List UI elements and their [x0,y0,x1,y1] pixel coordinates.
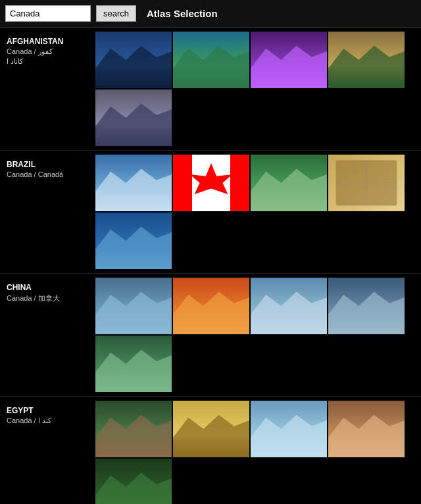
image-tile[interactable] [173,32,249,88]
image-tile[interactable] [95,278,172,334]
search-input[interactable] [5,5,91,22]
content: AFGHANISTANCanada / كفوركاناد ا [0,28,421,504]
image-tile[interactable] [251,32,327,88]
search-button[interactable]: search [96,5,136,22]
image-tile[interactable] [328,278,405,334]
image-tile[interactable] [328,32,405,88]
lang-translation: Canada / كفور [7,47,90,56]
img-grid-egypt [95,401,421,504]
image-tile[interactable] [328,401,405,457]
row-china: CHINACanada / 加拿大 [0,274,421,397]
image-tile[interactable] [173,401,249,457]
image-tile[interactable] [251,278,327,334]
image-tile[interactable] [95,336,172,392]
image-tile[interactable] [173,155,249,211]
lang-name: AFGHANISTAN [7,37,90,46]
atlas-title: Atlas Selection [147,8,218,19]
lang-label-egypt: EGYPTCanada / كند ا [0,401,95,504]
row-afghanistan: AFGHANISTANCanada / كفوركاناد ا [0,28,421,151]
image-tile[interactable] [251,155,327,211]
image-tile[interactable] [95,155,172,211]
image-tile[interactable] [95,32,172,88]
lang-translation: Canada / 加拿大 [7,293,90,303]
lang-label-china: CHINACanada / 加拿大 [0,278,95,392]
lang-native: كاناد ا [7,57,90,66]
img-grid-brazil [95,155,421,269]
image-tile[interactable] [328,155,405,211]
lang-name: CHINA [7,283,90,292]
lang-name: EGYPT [7,406,90,415]
lang-name: BRAZIL [7,160,90,169]
image-tile[interactable] [95,459,172,504]
row-brazil: BRAZILCanada / Canadá [0,151,421,274]
lang-translation: Canada / Canadá [7,170,90,178]
lang-label-afghanistan: AFGHANISTANCanada / كفوركاناد ا [0,32,95,146]
row-egypt: EGYPTCanada / كند ا [0,397,421,504]
header: search Atlas Selection [0,0,421,28]
img-grid-china [95,278,421,392]
image-tile[interactable] [95,89,172,146]
image-tile[interactable] [173,278,249,334]
image-tile[interactable] [251,401,327,457]
lang-translation: Canada / كند ا [7,416,90,425]
image-tile[interactable] [95,213,172,269]
lang-label-brazil: BRAZILCanada / Canadá [0,155,95,269]
img-grid-afghanistan [95,32,421,146]
image-tile[interactable] [95,401,172,457]
